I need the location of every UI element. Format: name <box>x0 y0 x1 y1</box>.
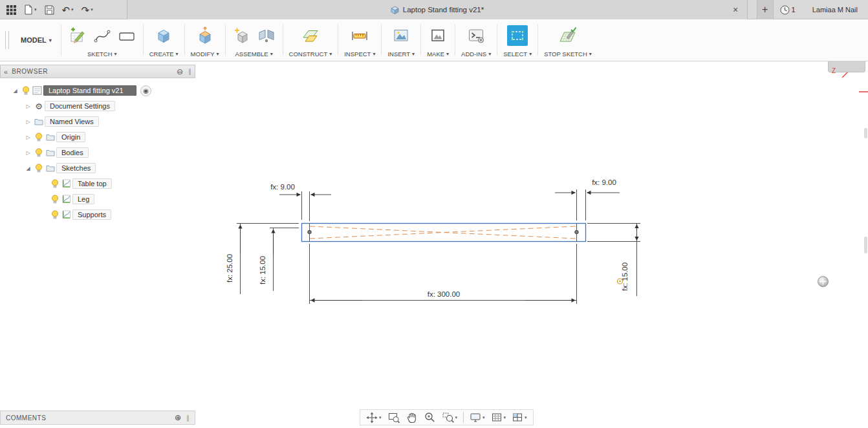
dimension-label-top-left[interactable]: fx: 9.00 <box>270 183 295 191</box>
activate-radio-icon[interactable]: ◉ <box>140 85 151 96</box>
scrollbar-thumb[interactable] <box>864 128 867 138</box>
browser-row-label[interactable]: Leg <box>72 194 94 204</box>
sketch-rectangle[interactable] <box>302 224 586 242</box>
fit-view-button[interactable] <box>385 411 402 425</box>
user-account-button[interactable]: Lamiaa M Nail <box>802 6 868 14</box>
sketch-points[interactable] <box>308 230 579 234</box>
navigation-wheel-button[interactable] <box>818 276 829 287</box>
dimension-label-right[interactable]: fx: 15.00 <box>621 262 629 291</box>
modify-menu-icon-button[interactable] <box>195 25 215 46</box>
browser-row-label[interactable]: Origin <box>56 132 85 142</box>
lightbulb-icon[interactable] <box>33 148 45 157</box>
browser-root-label[interactable]: Laptop Stand fitting v21 <box>43 85 136 96</box>
browser-row-label[interactable]: Named Views <box>45 116 99 127</box>
browser-minimize-icon[interactable]: ⊖ <box>177 67 183 76</box>
create-menu-button[interactable]: CREATE ▾ <box>149 50 179 58</box>
zoom-window-button[interactable]: ▾ <box>440 411 461 425</box>
spline-tool-button[interactable] <box>92 25 113 46</box>
zoom-button[interactable] <box>422 411 439 425</box>
browser-row-label[interactable]: Bodies <box>56 147 89 158</box>
viewports-button[interactable]: ▾ <box>510 411 530 424</box>
dimension-label-left-inner[interactable]: fx: 15.00 <box>259 256 266 284</box>
addins-menu-button[interactable]: ADD-INS ▾ <box>461 50 491 58</box>
sketch-menu-button[interactable]: SKETCH ▾ <box>87 50 117 58</box>
measure-button[interactable] <box>349 25 370 46</box>
browser-row-sketches[interactable]: ◢ Sketches <box>23 160 195 176</box>
dimension-label-bottom[interactable]: fx: 300.00 <box>428 290 461 298</box>
workspace-switcher[interactable]: MODEL ▾ <box>12 19 61 61</box>
display-settings-button[interactable]: ▾ <box>467 411 488 424</box>
new-component-button[interactable] <box>232 25 252 46</box>
create-menu-icon-button[interactable] <box>153 25 174 46</box>
insert-canvas-button[interactable] <box>391 25 411 46</box>
browser-row-label[interactable]: Sketches <box>56 163 96 173</box>
spline-icon <box>93 27 111 45</box>
lightbulb-icon[interactable] <box>49 179 61 188</box>
dimension-label-top-right[interactable]: fx: 9.00 <box>592 178 616 186</box>
inspect-menu-button[interactable]: INSPECT ▾ <box>344 50 375 58</box>
browser-row-document-settings[interactable]: ▷ ⚙ Document Settings <box>23 98 195 114</box>
select-tool-button[interactable] <box>507 25 528 46</box>
dimension-label-left-outer[interactable]: fx: 25.00 <box>226 254 233 283</box>
create-sketch-button[interactable] <box>67 25 88 46</box>
select-menu-label: SELECT <box>503 50 527 58</box>
new-tab-button[interactable]: + <box>757 0 774 19</box>
browser-row-label[interactable]: Table top <box>72 178 112 189</box>
select-menu-button[interactable]: SELECT ▾ <box>503 50 532 58</box>
modify-menu-button[interactable]: MODIFY ▾ <box>191 50 219 58</box>
orbit-tool-button[interactable]: ▾ <box>363 411 384 425</box>
joint-button[interactable] <box>256 25 277 46</box>
browser-row-label[interactable]: Document Settings <box>45 101 115 111</box>
browser-row-bodies[interactable]: ▷ Bodies <box>23 145 195 160</box>
scripts-addins-button[interactable] <box>466 25 486 46</box>
lightbulb-icon[interactable] <box>33 133 45 142</box>
browser-row-sketch-table-top[interactable]: Table top <box>49 176 195 191</box>
scrollbar-thumb[interactable] <box>864 237 867 253</box>
pan-arrows-icon <box>366 412 378 423</box>
assemble-menu-button[interactable]: ASSEMBLE ▾ <box>235 50 272 58</box>
insert-menu-button[interactable]: INSERT ▾ <box>387 50 415 58</box>
expand-closed-icon[interactable]: ▷ <box>23 150 33 156</box>
expand-closed-icon[interactable]: ▷ <box>23 103 33 109</box>
job-status-button[interactable]: 1 <box>774 5 802 15</box>
browser-row-sketch-supports[interactable]: Supports <box>49 207 195 222</box>
browser-row-sketch-leg[interactable]: Leg <box>49 191 195 207</box>
pan-hand-button[interactable] <box>404 411 420 425</box>
expand-closed-icon[interactable]: ▷ <box>23 119 33 125</box>
browser-header[interactable]: « BROWSER ⊖ ∥ <box>0 65 195 78</box>
expand-open-icon[interactable]: ◢ <box>23 166 33 171</box>
lightbulb-icon[interactable] <box>20 86 32 95</box>
construct-plane-button[interactable] <box>300 25 321 46</box>
construction-diagonal-lines[interactable] <box>310 226 576 239</box>
undo-button[interactable]: ↶ ▾ <box>60 2 76 17</box>
comments-panel[interactable]: COMMENTS ⊕ ∥ <box>0 411 195 425</box>
toolbar-grip[interactable] <box>5 31 9 49</box>
save-button[interactable] <box>42 2 57 17</box>
collapse-browser-icon[interactable]: « <box>4 68 8 76</box>
browser-row-root[interactable]: ◢ Laptop Stand fitting v21 ◉ <box>10 83 195 98</box>
lightbulb-icon[interactable] <box>33 164 45 173</box>
browser-row-origin[interactable]: ▷ Origin <box>23 129 195 145</box>
make-menu-button[interactable]: MAKE ▾ <box>427 50 449 58</box>
app-grid-button[interactable] <box>4 2 19 17</box>
stop-sketch-menu-button[interactable]: STOP SKETCH ▾ <box>544 50 592 58</box>
close-tab-icon[interactable]: × <box>730 5 741 15</box>
construct-menu-button[interactable]: CONSTRUCT ▾ <box>289 50 332 58</box>
lightbulb-icon[interactable] <box>49 195 61 204</box>
slot-tool-button[interactable] <box>116 25 137 46</box>
stop-sketch-button[interactable] <box>558 25 578 46</box>
grid-snap-button[interactable]: ▾ <box>489 411 509 424</box>
redo-button[interactable]: ↷ ▾ <box>79 2 96 17</box>
document-tab[interactable]: Laptop Stand fitting v21* × <box>127 0 748 19</box>
file-menu-button[interactable]: ▾ <box>21 2 39 17</box>
browser-row-label[interactable]: Supports <box>72 209 111 220</box>
make-button[interactable] <box>428 25 448 46</box>
add-comment-icon[interactable]: ⊕ <box>175 413 181 422</box>
browser-grip-icon[interactable]: ∥ <box>188 68 191 75</box>
expand-closed-icon[interactable]: ▷ <box>23 134 33 140</box>
zoom-icon <box>424 412 436 423</box>
browser-row-named-views[interactable]: ▷ Named Views <box>23 114 195 129</box>
expand-open-icon[interactable]: ◢ <box>10 88 20 94</box>
lightbulb-icon[interactable] <box>49 210 61 219</box>
comments-grip-icon[interactable]: ∥ <box>186 414 190 422</box>
